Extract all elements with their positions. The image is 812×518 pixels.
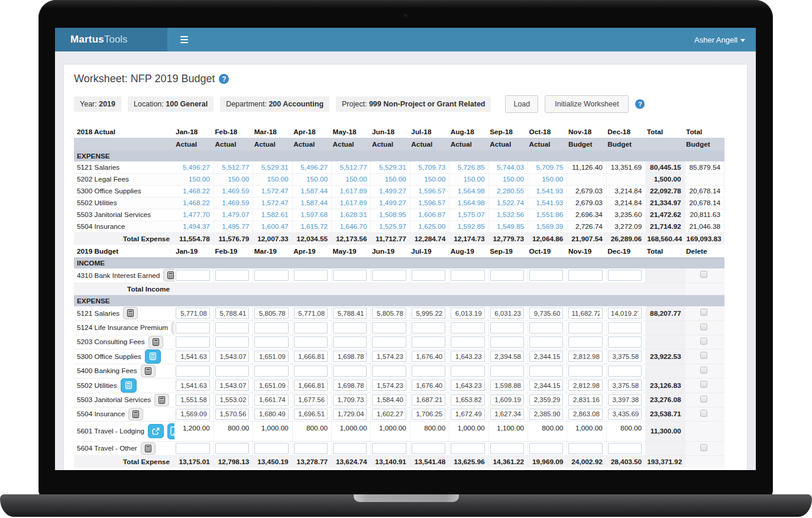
- actual-value-link[interactable]: 1,646.70: [332, 221, 371, 232]
- budget-input[interactable]: [529, 380, 563, 391]
- budget-input[interactable]: [490, 322, 524, 334]
- actual-value-link[interactable]: 5,512.77: [332, 161, 371, 173]
- actual-value-link[interactable]: 1,525.97: [371, 221, 410, 232]
- budget-input[interactable]: [176, 336, 210, 348]
- calculator-icon-button[interactable]: [128, 408, 143, 420]
- actual-value-link[interactable]: 5,512.77: [213, 161, 253, 173]
- budget-input[interactable]: [529, 443, 563, 454]
- actual-value-link[interactable]: 1,479.07: [213, 209, 253, 221]
- budget-input[interactable]: [412, 322, 445, 334]
- budget-input[interactable]: [608, 443, 642, 454]
- budget-input[interactable]: [490, 394, 524, 406]
- budget-input[interactable]: [568, 322, 602, 334]
- user-menu[interactable]: Asher Angell: [694, 35, 745, 44]
- budget-input[interactable]: [372, 365, 406, 377]
- budget-input[interactable]: [372, 443, 406, 454]
- actual-value-link[interactable]: 1,617.89: [332, 185, 371, 197]
- external-link-icon-button[interactable]: [148, 424, 164, 438]
- budget-input[interactable]: [608, 307, 642, 319]
- budget-input[interactable]: [294, 336, 328, 348]
- budget-input[interactable]: [294, 409, 328, 420]
- actual-value-link[interactable]: 1,600.47: [253, 221, 292, 232]
- actual-value-link[interactable]: 1,522.74: [489, 197, 528, 209]
- actual-value-link[interactable]: 1,494.37: [174, 221, 213, 232]
- delete-checkbox[interactable]: [700, 444, 707, 451]
- device-icon-button[interactable]: [167, 423, 174, 439]
- budget-input[interactable]: [568, 307, 602, 319]
- actual-value-link[interactable]: 150.00: [174, 173, 213, 185]
- budget-input[interactable]: [412, 336, 445, 348]
- budget-input[interactable]: [529, 322, 563, 334]
- budget-input[interactable]: [176, 322, 210, 334]
- actual-value-link[interactable]: 1,606.87: [410, 209, 449, 221]
- actual-value-link[interactable]: 5,496.27: [292, 161, 331, 173]
- filter-location[interactable]: Location: 100 General: [128, 96, 213, 112]
- budget-input[interactable]: [372, 322, 406, 334]
- budget-input[interactable]: [608, 409, 642, 420]
- filter-department[interactable]: Department: 200 Accounting: [220, 96, 329, 112]
- budget-input[interactable]: [608, 394, 642, 406]
- actual-value-link[interactable]: 1,469.59: [213, 197, 253, 209]
- budget-input[interactable]: [176, 394, 210, 406]
- budget-input[interactable]: [608, 380, 642, 391]
- budget-input[interactable]: [333, 409, 367, 420]
- calculator-icon-button[interactable]: [141, 365, 156, 377]
- actual-value-link[interactable]: 1,572.47: [253, 185, 292, 197]
- calculator-icon-button[interactable]: [123, 307, 138, 319]
- actual-value-link[interactable]: 2,280.55: [489, 185, 528, 197]
- actual-value-link[interactable]: 5,726.85: [449, 161, 489, 173]
- delete-checkbox[interactable]: [700, 323, 707, 331]
- budget-input[interactable]: [608, 336, 642, 348]
- actual-value-link[interactable]: 1,597.68: [292, 209, 331, 221]
- budget-input[interactable]: [176, 380, 210, 391]
- budget-input[interactable]: [568, 351, 602, 362]
- budget-input[interactable]: [529, 409, 563, 420]
- budget-input[interactable]: [490, 351, 524, 362]
- actual-value-link[interactable]: 1,572.47: [253, 197, 292, 209]
- budget-input[interactable]: [176, 307, 210, 319]
- actual-value-link[interactable]: 1,592.85: [449, 221, 489, 232]
- budget-input[interactable]: [215, 443, 249, 454]
- budget-input[interactable]: [451, 380, 484, 391]
- budget-input[interactable]: [412, 409, 445, 420]
- budget-input[interactable]: [294, 443, 328, 454]
- budget-input[interactable]: [254, 270, 288, 281]
- calculator-icon-button[interactable]: [172, 322, 174, 334]
- budget-input[interactable]: [215, 394, 249, 406]
- budget-input[interactable]: [333, 351, 367, 362]
- title-help-icon[interactable]: ?: [219, 74, 229, 84]
- budget-input[interactable]: [412, 394, 445, 406]
- actual-value-link[interactable]: 1,564.98: [449, 185, 489, 197]
- initialize-worksheet-button[interactable]: Initialize Worksheet: [545, 95, 629, 113]
- actual-value-link[interactable]: 1,541.93: [528, 185, 567, 197]
- actual-value-link[interactable]: 1,582.61: [253, 209, 292, 221]
- budget-input[interactable]: [254, 322, 288, 334]
- actual-value-link[interactable]: 5,496.27: [174, 161, 213, 173]
- actual-value-link[interactable]: 150.00: [528, 173, 567, 185]
- calculator-icon-button[interactable]: [148, 336, 163, 348]
- budget-input[interactable]: [254, 336, 288, 348]
- budget-input[interactable]: [412, 351, 445, 362]
- actual-value-link[interactable]: 1,469.59: [213, 185, 253, 197]
- actual-value-link[interactable]: 1,549.85: [489, 221, 528, 232]
- budget-input[interactable]: [333, 394, 367, 406]
- budget-input[interactable]: [412, 307, 445, 319]
- budget-input[interactable]: [176, 270, 210, 281]
- budget-input[interactable]: [451, 365, 484, 377]
- actual-value-link[interactable]: 5,529.31: [371, 161, 410, 173]
- actual-value-link[interactable]: 1,532.56: [489, 209, 528, 221]
- actual-value-link[interactable]: 1,596.57: [410, 197, 449, 209]
- actual-value-link[interactable]: 5,529.31: [253, 161, 292, 173]
- delete-checkbox[interactable]: [700, 381, 707, 388]
- actual-value-link[interactable]: 1,499.27: [371, 197, 410, 209]
- load-button[interactable]: Load: [505, 95, 538, 113]
- budget-input[interactable]: [451, 307, 484, 319]
- budget-input[interactable]: [176, 351, 210, 362]
- budget-input[interactable]: [451, 443, 484, 454]
- budget-input[interactable]: [451, 409, 484, 420]
- actual-value-link[interactable]: 1,628.31: [332, 209, 371, 221]
- budget-input[interactable]: [529, 307, 563, 319]
- budget-input[interactable]: [529, 336, 563, 348]
- delete-checkbox[interactable]: [700, 309, 707, 316]
- budget-input[interactable]: [568, 409, 602, 420]
